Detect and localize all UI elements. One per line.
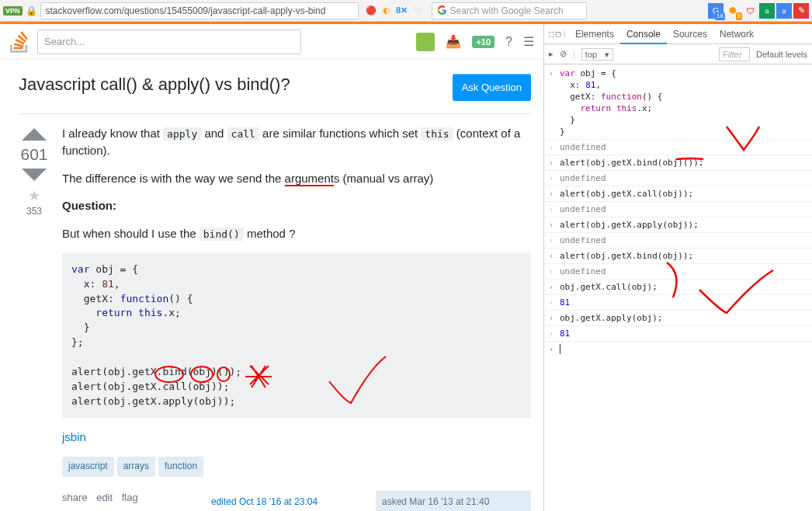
console-line: ›obj.getX.apply(obj); [544,311,812,326]
devtools-panel: ⬚ ▢ | ElementsConsoleSourcesNetwork ▸ ⊘ … [543,24,812,511]
stackoverflow-page: Search... 📥 +10 ? ☰ Javascript call() & … [0,24,543,511]
menu-icon[interactable]: ☰ [523,34,534,49]
devtools-tab-console[interactable]: Console [620,26,667,44]
console-line: ›alert(obj.getX.bind(obj)); [544,249,812,264]
vote-column: 601 ★ 353 [19,125,50,511]
vote-count: 601 [19,145,50,164]
post-actions: share edit flag [62,491,144,511]
log-levels-dropdown[interactable]: Default levels [756,50,807,59]
context-selector[interactable]: top▾ [581,48,613,61]
text: are similar functions which set [259,127,421,140]
console-line: ‹81 [544,326,812,342]
ext-icon[interactable]: a [776,3,792,19]
url-extension-icons: 🔴 ◐ 8✕ ♡ [365,5,424,17]
tags-row: javascriptarraysfunction [62,457,531,476]
lock-icon: 🔒 [26,5,37,16]
text: I already know that [62,127,163,140]
code-call: call [227,127,259,141]
ext-icon[interactable]: G18 [708,3,724,19]
console-line: ‹undefined [544,264,812,280]
console-line: ›obj.getX.call(obj); [544,280,812,295]
so-logo-icon[interactable] [9,30,29,54]
upvote-button[interactable] [22,128,47,141]
question-label: Question: [62,199,116,212]
tag-arrays[interactable]: arrays [117,457,155,476]
code-apply: apply [163,127,201,141]
action-edit[interactable]: edit [96,492,113,503]
console-line: ‹undefined [544,202,812,217]
code-this: this [421,127,453,141]
ext-icon[interactable]: ✎ [793,3,809,19]
reputation-badge[interactable]: +10 [472,36,494,48]
question-title: Javascript call() & apply() vs bind()? [19,74,290,96]
console-prompt[interactable]: › [544,342,812,356]
action-share[interactable]: share [62,492,88,503]
code-bind: bind() [200,228,244,241]
text: s (manual vs array) [334,172,433,185]
device-icon[interactable]: ▢ [556,29,561,39]
url-input[interactable]: stackoverflow.com/questions/15455009/jav… [40,2,359,19]
ext-icon[interactable]: 🔴 [365,5,377,17]
ext-icon[interactable]: a [759,3,775,19]
ask-question-button[interactable]: Ask Question [453,74,531,101]
console-line: ‹undefined [544,233,812,249]
downvote-button[interactable] [22,169,47,181]
text: But when should I use the [62,227,200,240]
edited-link[interactable]: edited Oct 18 '16 at 23:04 [211,496,318,507]
action-flag[interactable]: flag [122,492,138,503]
asked-time: asked Mar 16 '13 at 21:40 [382,495,525,509]
google-search-input[interactable]: Search with Google Search [432,2,587,19]
console-line: ›alert(obj.getX.call(obj)); [544,186,812,202]
favorite-count: 353 [19,206,50,217]
console-toolbar: ▸ ⊘ | top▾ Filter Default levels [544,44,812,64]
console-line: ›alert(obj.getX.bind(obj)()); [544,155,812,171]
asker-card: asked Mar 16 '13 at 21:40 Royi Namir 70.… [376,491,531,511]
editor-card: edited Oct 18 '16 at 23:04 Sun 3,693 3 1… [205,491,360,511]
console-line: ›alert(obj.getX.apply(obj)); [544,217,812,233]
ext-icon[interactable]: 🛡 [742,3,758,19]
so-search-input[interactable]: Search... [37,30,301,54]
ext-icon[interactable]: 8✕ [396,5,408,17]
google-search-placeholder: Search with Google Search [450,5,564,16]
clear-icon[interactable]: ⊘ [560,49,567,59]
text: The difference is with the way we send t… [62,172,285,185]
devtools-tab-elements[interactable]: Elements [569,26,620,43]
browser-extensions: G18 ⬢3 🛡 a a ✎ [708,3,809,19]
console-line: ‹undefined [544,171,812,186]
console-line: ‹81 [544,295,812,311]
text: method ? [244,227,296,240]
inspect-icon[interactable]: ⬚ [549,29,554,39]
ext-icon[interactable]: ⬢3 [725,3,741,19]
favorite-star-icon[interactable]: ★ [19,187,50,204]
console-output[interactable]: ›var obj = { x: 81, getX: function() { r… [544,64,812,511]
play-icon[interactable]: ▸ [549,49,553,59]
so-header: Search... 📥 +10 ? ☰ [0,24,543,60]
devtools-tab-network[interactable]: Network [713,26,760,43]
console-line: ‹undefined [544,140,812,155]
inbox-icon[interactable]: 📥 [446,34,461,49]
tag-function[interactable]: function [158,457,203,476]
devtools-tab-sources[interactable]: Sources [667,26,713,43]
heart-icon[interactable]: ♡ [411,5,424,17]
user-avatar[interactable] [416,33,435,51]
browser-address-bar: VPN 🔒 stackoverflow.com/questions/154550… [0,0,812,22]
tag-javascript[interactable]: javascript [62,457,114,476]
ext-icon[interactable]: ◐ [380,5,393,17]
google-icon [437,5,447,16]
help-icon[interactable]: ? [505,35,512,49]
code-block[interactable]: var obj = { x: 81, getX: function() { re… [62,253,531,418]
post-body: I already know that apply and call are s… [62,125,531,511]
text: and [201,127,227,140]
devtools-tabs: ⬚ ▢ | ElementsConsoleSourcesNetwork [544,24,812,44]
vpn-badge: VPN [3,6,23,16]
console-line: ›var obj = { x: 81, getX: function() { r… [544,66,812,140]
jsbin-link[interactable]: jsbin [62,430,86,443]
filter-input[interactable]: Filter [719,47,750,61]
underlined-text: argument [285,172,334,186]
